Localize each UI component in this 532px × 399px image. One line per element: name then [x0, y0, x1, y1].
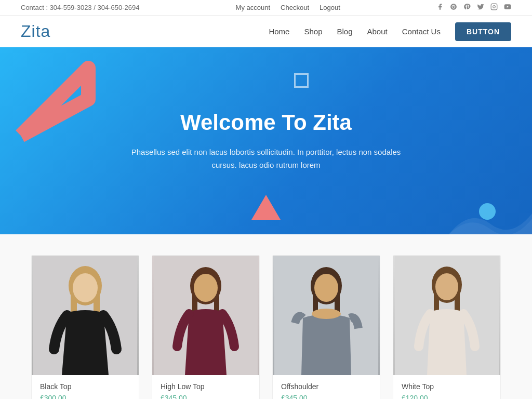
my-account-link[interactable]: My account	[236, 4, 270, 11]
product-name-3: Offshoulder	[281, 382, 371, 391]
top-bar-links: My account Checkout Logout	[236, 4, 340, 11]
contact-info: Contact : 304-559-3023 / 304-650-2694	[21, 4, 139, 11]
facebook-icon[interactable]	[436, 3, 444, 12]
product-card-3[interactable]: Offshoulder £345.00	[272, 255, 380, 399]
product-image-4	[393, 256, 500, 375]
nav-blog[interactable]: Blog	[337, 27, 352, 36]
svg-rect-0	[491, 4, 497, 10]
nav-home[interactable]: Home	[269, 27, 289, 36]
hero-title: Welcome To Zita	[180, 110, 352, 135]
product-info-2: High Low Top £345.00	[152, 375, 259, 399]
square-decoration	[294, 73, 309, 88]
product-name-4: White Top	[402, 382, 492, 391]
product-name-2: High Low Top	[161, 382, 251, 391]
svg-point-18	[312, 309, 341, 319]
nav-contact[interactable]: Contact Us	[402, 27, 441, 36]
svg-point-23	[435, 273, 458, 300]
product-name-1: Black Top	[40, 382, 130, 391]
hero-subtitle: Phasellus sed elit non lacus lobortis so…	[131, 145, 401, 172]
wave-decoration	[449, 203, 532, 234]
hero-section: Welcome To Zita Phasellus sed elit non l…	[0, 47, 532, 234]
product-image-3	[273, 256, 380, 375]
product-card-2[interactable]: High Low Top £345.00	[152, 255, 260, 399]
svg-point-7	[73, 273, 98, 302]
pinterest-icon[interactable]	[463, 3, 471, 12]
product-card-4[interactable]: White Top £120.00	[393, 255, 501, 399]
nav-about[interactable]: About	[367, 27, 388, 36]
youtube-icon[interactable]	[504, 3, 511, 12]
product-price-1: £300.00	[40, 394, 130, 399]
products-grid: Black Top £300.00	[31, 255, 501, 399]
product-card-1[interactable]: Black Top £300.00	[31, 255, 139, 399]
social-icons	[436, 3, 511, 12]
top-bar: Contact : 304-559-3023 / 304-650-2694 My…	[0, 0, 532, 16]
main-nav: Home Shop Blog About Contact Us BUTTON	[269, 22, 511, 41]
nav-shop[interactable]: Shop	[304, 27, 322, 36]
product-info-1: Black Top £300.00	[32, 375, 139, 399]
header-button[interactable]: BUTTON	[455, 22, 511, 41]
svg-point-12	[194, 274, 218, 302]
product-info-4: White Top £120.00	[393, 375, 500, 399]
product-image-2	[152, 256, 259, 375]
svg-point-17	[314, 274, 338, 302]
logo[interactable]: Zita	[21, 22, 50, 41]
header: Zita Home Shop Blog About Contact Us BUT…	[0, 16, 532, 47]
triangle-decoration	[251, 195, 281, 220]
checkout-link[interactable]: Checkout	[281, 4, 309, 11]
product-price-4: £120.00	[402, 394, 492, 399]
product-price-2: £345.00	[161, 394, 251, 399]
product-price-3: £345.00	[281, 394, 371, 399]
product-image-1	[32, 256, 139, 375]
logout-link[interactable]: Logout	[320, 4, 340, 11]
product-info-3: Offshoulder £345.00	[273, 375, 380, 399]
chevron-decoration	[10, 58, 99, 146]
products-section: Black Top £300.00	[0, 234, 532, 399]
instagram-icon[interactable]	[490, 3, 498, 12]
twitter-icon[interactable]	[477, 3, 484, 12]
googleplus-icon[interactable]	[450, 3, 457, 12]
